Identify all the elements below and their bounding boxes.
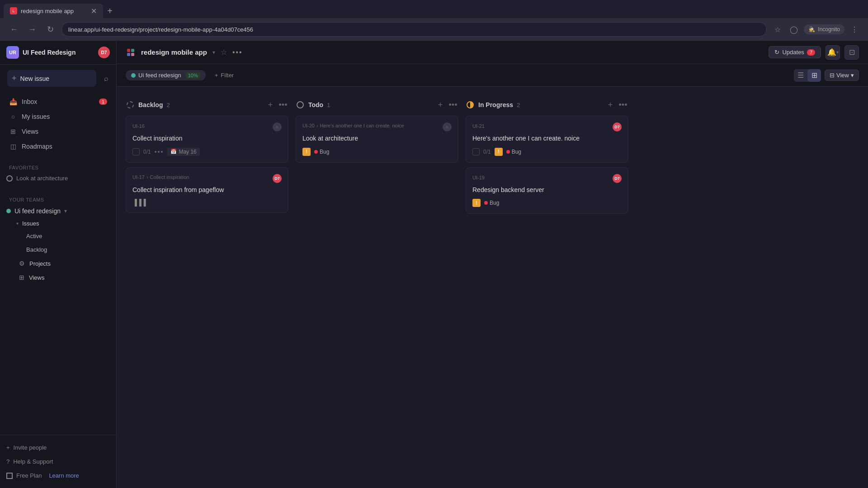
inbox-label: Inbox <box>22 98 37 105</box>
address-bar[interactable]: linear.app/ui-feed-redesign/project/rede… <box>61 22 767 37</box>
card-ui-19[interactable]: UI-19 D7 Redesign backend server ! Bug <box>466 167 628 214</box>
user-avatar[interactable]: D7 <box>98 47 110 58</box>
card-ghost-avatar: ○ <box>273 122 282 131</box>
add-filter-button[interactable]: + Filter <box>211 70 237 80</box>
backlog-add-button[interactable]: + <box>265 99 276 110</box>
list-view-button[interactable]: ☰ <box>794 69 807 82</box>
column-backlog-actions: + ••• <box>265 99 288 110</box>
plan-section: Free Plan Learn more <box>0 469 116 483</box>
search-button[interactable]: ⌕ <box>100 72 113 85</box>
sidebar-item-active[interactable]: Active <box>3 230 113 243</box>
card-id-row: UI-16 ○ <box>132 122 282 131</box>
learn-more-link[interactable]: Learn more <box>49 472 79 479</box>
inbox-icon: 📥 <box>9 98 17 106</box>
card-ui-20[interactable]: UI-20 › Here's another one I can create.… <box>296 116 458 163</box>
sidebar-item-backlog[interactable]: Backlog <box>3 243 113 256</box>
bar-chart-icon: ▐▐▐ <box>132 199 146 206</box>
card-ui-16[interactable]: UI-16 ○ Collect inspiration 0/1 ••• 📅 Ma… <box>126 116 288 163</box>
updates-badge: 7 <box>807 49 815 56</box>
workspace-name: UI Feed Redesign <box>23 49 94 56</box>
sidebar-item-views[interactable]: ⊞ Views <box>3 124 113 139</box>
sidebar-item-team-views[interactable]: ⊞ Views <box>3 271 113 284</box>
plan-circle-icon <box>6 473 13 479</box>
card-avatar: D7 <box>613 174 622 183</box>
bell-button[interactable]: 🔔 ▾ <box>826 45 840 60</box>
card-ui-21[interactable]: UI-21 D7 Here's another one I can create… <box>466 116 628 163</box>
column-todo-actions: + ••• <box>435 99 458 110</box>
card-title: Redesign backend server <box>472 186 622 195</box>
tab-close-icon[interactable]: ✕ <box>91 7 97 15</box>
calendar-icon: 📅 <box>170 149 177 155</box>
main-header: redesign mobile app ▾ ☆ ••• ↻ Updates 7 … <box>117 41 868 64</box>
todo-add-button[interactable]: + <box>435 99 446 110</box>
card-title: Here's another one I can create. noice <box>472 134 622 143</box>
filter-label: Filter <box>221 72 234 79</box>
fav-label: Look at architecture <box>16 175 68 182</box>
filter-bar: Ui feed redesign 10% + Filter ☰ ⊞ ⊟ <box>117 64 868 87</box>
bookmark-button[interactable]: ☆ <box>771 23 784 36</box>
help-support-button[interactable]: ? Help & Support <box>0 455 116 469</box>
column-inprogress-actions: + ••• <box>605 99 628 110</box>
new-tab-button[interactable]: + <box>103 4 117 18</box>
project-star-icon[interactable]: ☆ <box>221 48 227 56</box>
card-issue-id: UI-20 <box>302 123 315 128</box>
roadmaps-label: Roadmaps <box>22 143 52 150</box>
back-button[interactable]: ← <box>7 23 21 36</box>
sidebar-item-inbox[interactable]: 📥 Inbox 1 <box>3 94 113 109</box>
plus-icon: + <box>12 74 17 83</box>
card-avatar: D7 <box>273 174 282 183</box>
browser-menu-button[interactable]: ⋮ <box>848 23 861 36</box>
invite-people-button[interactable]: + Invite people <box>0 441 116 455</box>
inprogress-add-button[interactable]: + <box>605 99 616 110</box>
card-footer: 0/1 ••• 📅 May 16 <box>132 148 282 156</box>
todo-dots-button[interactable]: ••• <box>448 99 458 110</box>
favorite-look-at-architecture[interactable]: Look at architecture <box>0 172 116 184</box>
inbox-badge: 1 <box>99 99 107 105</box>
team-header[interactable]: Ui feed redesign ▾ <box>0 204 116 218</box>
browser-tab-active[interactable]: L redesign mobile app ✕ <box>4 4 103 18</box>
bug-dot-icon <box>484 201 488 205</box>
issues-toggle-icon: ▾ <box>16 221 19 226</box>
incognito-label: Incognito <box>818 26 840 33</box>
card-ui-17[interactable]: UI-17 › Collect inspiration D7 Collect i… <box>126 167 288 213</box>
profile-button[interactable]: ◯ <box>788 23 800 36</box>
issues-toggle[interactable]: ▾ Issues <box>0 218 116 229</box>
svg-rect-3 <box>131 53 134 56</box>
project-dots-icon[interactable]: ••• <box>232 48 243 56</box>
column-inprogress-header: In Progress 2 + ••• <box>466 96 628 116</box>
sidebar-item-my-issues[interactable]: ○ My issues <box>3 109 113 124</box>
project-filter-chip[interactable]: Ui feed redesign 10% <box>126 70 206 80</box>
sidebar-item-projects[interactable]: ⚙ Projects <box>3 257 113 270</box>
inprogress-dots-button[interactable]: ••• <box>618 99 628 110</box>
workspace-logo: UR <box>6 46 19 59</box>
filter-plus-icon: + <box>215 72 218 79</box>
priority-badge: ! <box>495 148 503 156</box>
column-inprogress-count: 2 <box>517 102 520 108</box>
view-dropdown[interactable]: ⊟ View ▾ <box>825 70 859 81</box>
card-footer: 0/1 ! Bug <box>472 148 622 156</box>
project-filter-label: Ui feed redesign <box>138 72 181 79</box>
backlog-status-icon <box>127 101 134 108</box>
sidebar-item-roadmaps[interactable]: ◫ Roadmaps <box>3 139 113 154</box>
updates-button[interactable]: ↻ Updates 7 <box>769 46 821 58</box>
card-title: Look at architecture <box>302 134 452 143</box>
card-footer: ! Bug <box>302 148 452 156</box>
column-todo: Todo 1 + ••• UI-20 › Here's another one … <box>296 96 458 479</box>
grid-view-button[interactable]: ⊞ <box>807 69 821 82</box>
card-issue-id: UI-17 <box>132 174 145 180</box>
card-avatar: D7 <box>613 122 622 131</box>
layout-button[interactable]: ⊡ <box>844 45 859 60</box>
bug-label: Bug <box>490 200 499 206</box>
card-ghost-avatar: ○ <box>443 122 452 131</box>
views-label: Views <box>22 128 38 135</box>
forward-button[interactable]: → <box>25 23 39 36</box>
new-issue-button[interactable]: + New issue <box>7 70 96 87</box>
refresh-button[interactable]: ↻ <box>43 23 57 36</box>
column-todo-title: Todo <box>308 101 323 108</box>
todo-status-icon <box>297 101 304 108</box>
backlog-dots-button[interactable]: ••• <box>278 99 288 110</box>
favorites-label: Favorites <box>0 160 116 172</box>
column-status-icon <box>296 100 305 109</box>
card-id-row: UI-19 D7 <box>472 174 622 183</box>
invite-label: Invite people <box>14 444 47 451</box>
